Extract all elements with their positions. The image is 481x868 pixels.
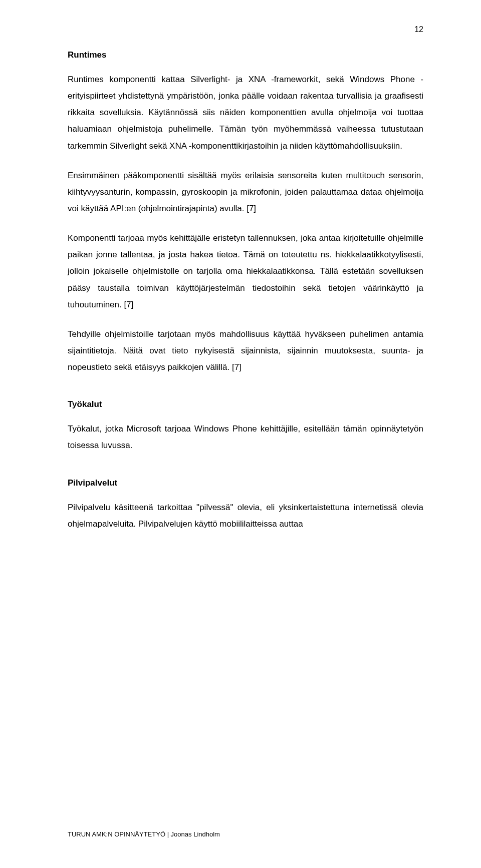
- heading-runtimes: Runtimes: [68, 50, 423, 60]
- footer-text: TURUN AMK:N OPINNÄYTETYÖ | Joonas Lindho…: [68, 830, 220, 838]
- paragraph: Komponentti tarjoaa myös kehittäjälle er…: [68, 230, 423, 313]
- paragraph: Ensimmäinen pääkomponentti sisältää myös…: [68, 167, 423, 217]
- heading-tools: Työkalut: [68, 399, 423, 409]
- paragraph: Pilvipalvelu käsitteenä tarkoittaa "pilv…: [68, 499, 423, 532]
- page-number: 12: [414, 25, 423, 34]
- heading-cloud: Pilvipalvelut: [68, 478, 423, 488]
- paragraph: Tehdyille ohjelmistoille tarjotaan myös …: [68, 326, 423, 375]
- document-page: 12 Runtimes Runtimes komponentti kattaa …: [0, 0, 481, 868]
- paragraph: Työkalut, jotka Microsoft tarjoaa Window…: [68, 420, 423, 454]
- paragraph: Runtimes komponentti kattaa Silverlight-…: [68, 71, 423, 154]
